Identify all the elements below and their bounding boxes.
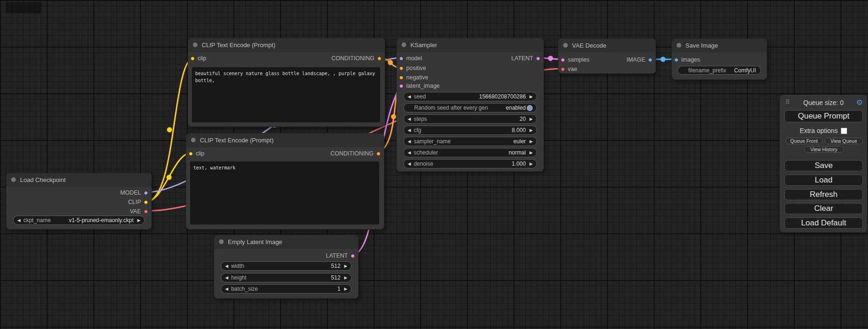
clip-input-label: clip [196,150,205,157]
collapse-dot-icon[interactable] [11,177,16,182]
vae-output-label: VAE [130,208,141,215]
next-value-arrow-icon[interactable]: ▶ [529,128,533,133]
conditioning-output-label: CONDITIONING [331,150,374,157]
cfg-widget[interactable]: ◀ cfg 8.000 ▶ [403,126,537,135]
toggle-knob-icon[interactable] [527,105,533,111]
prev-value-arrow-icon[interactable]: ◀ [408,95,411,99]
prev-value-arrow-icon[interactable]: ◀ [225,264,228,268]
model-output-port[interactable] [144,191,148,195]
clear-button[interactable]: Clear [784,203,863,214]
view-history-button[interactable]: View History [804,146,844,153]
negative-input-port[interactable] [399,76,403,80]
batch-size-widget[interactable]: ◀ batch_size 1 ▶ [221,284,352,294]
next-value-arrow-icon[interactable]: ▶ [344,287,347,291]
vae-input-port[interactable] [561,67,565,71]
clip-input-label: clip [198,55,206,62]
positive-prompt-textarea[interactable]: beautiful scenery nature glass bottle la… [192,67,380,122]
load-default-button[interactable]: Load Default [784,217,863,229]
positive-input-label: positive [406,65,426,71]
samples-input-label: samples [568,56,590,63]
positive-input-port[interactable] [399,66,403,70]
next-value-arrow-icon[interactable]: ▶ [344,276,347,280]
node-vae-decode[interactable]: VAE Decode samples vae IMAGE [558,38,656,74]
sampler-name-widget[interactable]: ◀ sampler_name euler ▶ [403,137,537,146]
steps-widget[interactable]: ◀ steps 20 ▶ [403,114,537,124]
link-midpoint-dot [548,56,553,61]
collapse-dot-icon[interactable] [563,43,568,48]
collapse-dot-icon[interactable] [193,42,198,47]
clip-input-port[interactable] [191,56,195,61]
image-output-port[interactable] [648,58,652,62]
next-value-arrow-icon[interactable]: ▶ [529,95,533,99]
prev-value-arrow-icon[interactable]: ◀ [408,140,411,144]
extra-options-checkbox[interactable] [841,128,847,134]
filename-prefix-widget[interactable]: filename_prefix ComfyUI [677,66,761,75]
queue-prompt-button[interactable]: Queue Prompt [784,110,863,122]
width-widget[interactable]: ◀ width 512 ▶ [221,261,352,271]
collapse-dot-icon[interactable] [219,239,224,244]
seed-widget[interactable]: ◀ seed 156680208700286 ▶ [403,92,537,101]
latent-image-input-label: latent_image [406,83,440,89]
node-load-checkpoint[interactable]: Load Checkpoint MODEL CLIP VAE ◀ ckpt_na… [6,173,152,230]
load-button[interactable]: Load [784,175,863,186]
negative-prompt-textarea[interactable]: text, watermark [190,161,379,224]
node-title: KSampler [410,42,437,49]
node-clip-text-encode-positive[interactable]: CLIP Text Encode (Prompt) clip CONDITION… [188,38,385,127]
next-value-arrow-icon[interactable]: ▶ [529,140,533,144]
scheduler-widget[interactable]: ◀ scheduler normal ▶ [403,148,537,157]
queue-front-button[interactable]: Queue Front [785,138,823,144]
clip-input-port[interactable] [189,152,193,156]
node-title-bar[interactable]: KSampler [397,38,543,52]
node-title-bar[interactable]: CLIP Text Encode (Prompt) [188,38,385,52]
clip-output-port[interactable] [144,200,148,204]
latent-output-port[interactable] [351,254,355,258]
model-input-label: model [406,55,422,62]
conditioning-output-port[interactable] [376,152,381,156]
prev-value-arrow-icon[interactable]: ◀ [408,162,411,166]
denoise-widget[interactable]: ◀ denoise 1.000 ▶ [403,159,537,168]
next-value-arrow-icon[interactable]: ▶ [529,162,533,166]
ckpt-name-widget[interactable]: ◀ ckpt_name v1-5-pruned-emaonly.ckpt ▶ [13,216,145,225]
prev-value-arrow-icon[interactable]: ◀ [225,276,228,280]
prev-value-arrow-icon[interactable]: ◀ [408,117,411,121]
node-clip-text-encode-negative[interactable]: CLIP Text Encode (Prompt) clip CONDITION… [186,133,384,230]
next-value-arrow-icon[interactable]: ▶ [529,151,533,155]
prev-value-arrow-icon[interactable]: ◀ [408,151,411,155]
clip-output-label: CLIP [128,199,141,205]
comfyui-graph-canvas[interactable]: Load Checkpoint MODEL CLIP VAE ◀ ckpt_na… [0,0,868,329]
node-title-bar[interactable]: Load Checkpoint [7,173,151,187]
settings-gear-icon[interactable]: ⚙ [856,98,863,107]
conditioning-output-port[interactable] [377,56,381,61]
node-save-image[interactable]: Save Image images filename_prefix ComfyU… [671,38,767,80]
prev-value-arrow-icon[interactable]: ◀ [17,218,21,223]
collapse-dot-icon[interactable] [677,43,681,48]
height-widget[interactable]: ◀ height 512 ▶ [221,273,352,282]
view-queue-button[interactable]: View Queue [825,138,863,144]
node-ksampler[interactable]: KSampler model positive negative latent_… [396,38,544,172]
prev-value-arrow-icon[interactable]: ◀ [225,287,228,291]
latent-output-port[interactable] [536,56,540,61]
node-title-bar[interactable]: Empty Latent Image [214,235,358,249]
node-title-bar[interactable]: VAE Decode [558,39,656,52]
images-input-label: images [681,56,700,63]
save-button[interactable]: Save [784,160,863,171]
images-input-port[interactable] [674,58,678,62]
node-empty-latent-image[interactable]: Empty Latent Image LATENT ◀ width 512 ▶ … [214,235,359,299]
model-input-port[interactable] [399,56,403,61]
vae-output-port[interactable] [144,210,148,214]
collapse-dot-icon[interactable] [402,42,406,47]
prev-value-arrow-icon[interactable]: ◀ [408,128,411,133]
link-midpoint-dot [661,57,666,62]
random-seed-toggle-widget[interactable]: Random seed after every gen enabled [403,103,537,112]
collapse-dot-icon[interactable] [191,138,196,142]
next-value-arrow-icon[interactable]: ▶ [137,218,141,223]
node-title-bar[interactable]: CLIP Text Encode (Prompt) [186,133,384,147]
latent-image-input-port[interactable] [399,84,403,88]
samples-input-port[interactable] [561,58,565,62]
next-value-arrow-icon[interactable]: ▶ [529,117,533,121]
node-title: Save Image [685,42,718,49]
node-title-bar[interactable]: Save Image [672,39,767,52]
next-value-arrow-icon[interactable]: ▶ [344,264,347,268]
refresh-button[interactable]: Refresh [784,189,863,200]
latent-output-label: LATENT [326,252,348,259]
